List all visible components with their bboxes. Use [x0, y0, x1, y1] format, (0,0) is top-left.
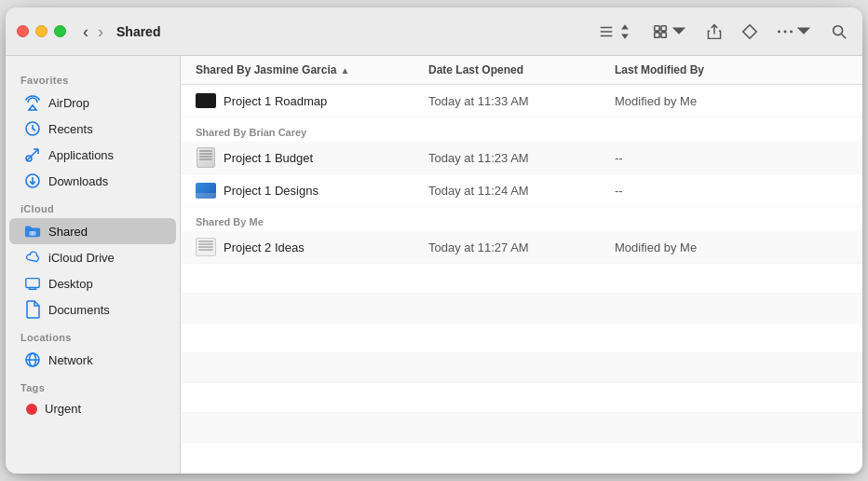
svg-rect-3	[655, 25, 659, 30]
col-modified-label: Last Modified By	[615, 63, 704, 76]
empty-row	[181, 383, 862, 413]
sidebar-item-label: Desktop	[48, 277, 93, 291]
list-view-button[interactable]	[594, 21, 637, 42]
sidebar-item-label: Network	[48, 353, 93, 367]
tag-button[interactable]	[738, 21, 762, 42]
empty-row	[181, 323, 862, 353]
col-date-header[interactable]: Date Last Opened	[428, 63, 615, 76]
sidebar-item-downloads[interactable]: Downloads	[9, 168, 176, 194]
forward-button[interactable]: ›	[96, 23, 105, 40]
sidebar-item-applications[interactable]: Applications	[9, 142, 176, 168]
svg-line-11	[842, 34, 847, 38]
icloud-label: iCloud	[6, 194, 180, 218]
sort-arrow-icon: ▲	[340, 65, 349, 76]
svg-rect-21	[26, 279, 39, 288]
sidebar-item-label: Recents	[48, 122, 93, 136]
minimize-button[interactable]	[35, 25, 47, 37]
applications-icon	[24, 146, 41, 163]
sidebar-item-airdrop[interactable]: AirDrop	[9, 89, 176, 116]
svg-rect-6	[661, 32, 666, 36]
file-name: Project 2 Ideas	[224, 240, 305, 254]
more-button[interactable]	[773, 21, 816, 42]
sidebar-item-label: Applications	[48, 148, 114, 162]
file-date: Today at 11:27 AM	[428, 240, 615, 254]
back-button[interactable]: ‹	[81, 23, 90, 40]
toolbar	[594, 21, 851, 42]
sidebar-item-label: Downloads	[48, 174, 108, 188]
file-date: Today at 11:23 AM	[428, 151, 615, 165]
col-modified-header[interactable]: Last Modified By	[615, 63, 848, 76]
sidebar-item-desktop[interactable]: Desktop	[9, 270, 176, 296]
file-name-cell: Project 1 Budget	[196, 147, 428, 168]
section-group-label: Shared By Brian Carey	[181, 117, 862, 142]
empty-row	[181, 473, 862, 474]
network-icon	[24, 351, 41, 368]
window-title: Shared	[116, 24, 594, 39]
sidebar-item-label: Documents	[48, 303, 110, 317]
col-date-label: Date Last Opened	[428, 63, 523, 76]
file-modified-by: Modified by Me	[615, 240, 848, 254]
section-group-label: Shared By Me	[181, 207, 862, 231]
svg-point-10	[834, 25, 843, 34]
close-button[interactable]	[17, 25, 29, 37]
file-pane: Shared By Jasmine Garcia ▲ Date Last Ope…	[181, 56, 862, 474]
table-row[interactable]: Project 1 Designs Today at 11:24 AM --	[181, 174, 862, 207]
finder-window: ‹ › Shared	[6, 7, 862, 474]
sidebar-item-icloud-drive[interactable]: iCloud Drive	[9, 244, 176, 270]
sidebar-item-network[interactable]: Network	[9, 347, 176, 373]
file-name-cell: Project 1 Roadmap	[196, 90, 428, 111]
file-date: Today at 11:24 AM	[428, 184, 615, 198]
sidebar-item-urgent[interactable]: Urgent	[9, 397, 176, 420]
chevron-up-down-icon	[617, 23, 633, 40]
locations-label: Locations	[6, 323, 180, 347]
file-name: Project 1 Budget	[224, 151, 313, 165]
share-button[interactable]	[702, 21, 726, 42]
svg-point-7	[778, 30, 780, 33]
downloads-icon	[24, 172, 41, 189]
table-row[interactable]: Project 1 Roadmap Today at 11:33 AM Modi…	[181, 85, 862, 117]
file-name: Project 1 Designs	[224, 184, 319, 198]
sidebar-item-documents[interactable]: Documents	[9, 296, 176, 323]
documents-icon	[24, 301, 41, 318]
chevron-down-icon	[671, 23, 687, 40]
empty-row	[181, 413, 862, 443]
tags-label: Tags	[6, 373, 180, 397]
sidebar-item-shared[interactable]: Shared	[9, 218, 176, 244]
file-list: Project 1 Roadmap Today at 11:33 AM Modi…	[181, 85, 862, 474]
grid-view-button[interactable]	[648, 21, 691, 42]
maximize-button[interactable]	[54, 25, 66, 37]
table-row[interactable]: Project 1 Budget Today at 11:23 AM --	[181, 142, 862, 174]
empty-row	[181, 264, 862, 294]
table-row[interactable]: Project 2 Ideas Today at 11:27 AM Modifi…	[181, 231, 862, 264]
nav-buttons: ‹ ›	[81, 23, 105, 40]
svg-line-13	[27, 149, 38, 160]
file-icon-roadmap	[196, 90, 216, 111]
empty-row	[181, 294, 862, 323]
file-name-cell: Project 2 Ideas	[196, 237, 428, 257]
col-name-header[interactable]: Shared By Jasmine Garcia ▲	[196, 63, 428, 76]
sidebar-item-label: iCloud Drive	[48, 251, 115, 265]
file-name: Project 1 Roadmap	[224, 94, 327, 108]
shared-folder-icon	[24, 223, 41, 240]
sidebar-item-label: Shared	[48, 225, 88, 239]
desktop-icon	[24, 275, 41, 292]
file-name-cell: Project 1 Designs	[196, 180, 428, 200]
more-icon	[777, 23, 793, 40]
file-icon-budget	[196, 147, 216, 168]
col-name-label: Shared By Jasmine Garcia	[196, 63, 336, 76]
file-modified-by: --	[615, 184, 848, 198]
urgent-tag-dot	[26, 404, 37, 415]
svg-point-9	[790, 30, 793, 33]
file-icon-ideas	[196, 237, 216, 257]
traffic-lights	[17, 25, 66, 37]
main-content: Favorites AirDrop	[6, 56, 862, 474]
svg-rect-4	[661, 25, 666, 30]
svg-point-8	[784, 30, 787, 33]
empty-row	[181, 443, 862, 473]
tag-icon	[741, 23, 758, 40]
file-date: Today at 11:33 AM	[428, 94, 615, 108]
sidebar-item-label: AirDrop	[48, 96, 89, 110]
sidebar-item-recents[interactable]: Recents	[9, 116, 176, 142]
search-button[interactable]	[827, 21, 851, 42]
share-icon	[706, 23, 723, 40]
